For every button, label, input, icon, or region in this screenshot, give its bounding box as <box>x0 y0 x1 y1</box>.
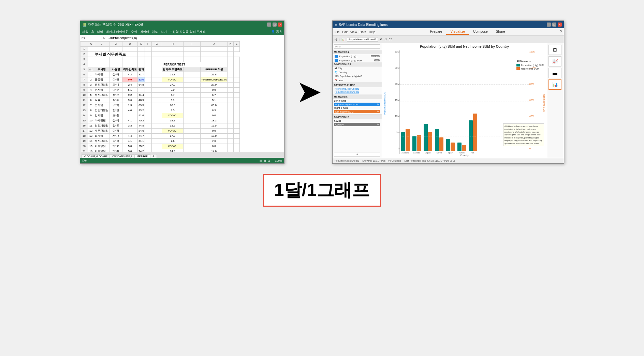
cell[interactable]: 74.7 <box>138 134 145 139</box>
view-normal[interactable]: ▤ <box>260 159 262 162</box>
cell[interactable] <box>184 52 201 57</box>
cell[interactable] <box>145 77 152 83</box>
cell[interactable]: 13 <box>88 134 94 139</box>
cell[interactable] <box>184 139 201 144</box>
cell[interactable] <box>145 134 152 139</box>
cell[interactable] <box>138 88 145 93</box>
cell[interactable] <box>234 123 240 129</box>
cell[interactable] <box>145 144 152 149</box>
cell[interactable]: 심*수 <box>109 98 122 103</box>
menu-insert[interactable]: 삽입 <box>97 30 103 34</box>
cell[interactable]: 하*호 <box>109 144 122 149</box>
cell[interactable] <box>234 134 240 139</box>
cell[interactable]: 서*관 <box>109 134 122 139</box>
cell[interactable] <box>145 149 152 152</box>
dim-year[interactable]: 📅 Year <box>333 78 382 82</box>
cell[interactable]: 4.4 <box>122 134 138 139</box>
cell[interactable]: 6 <box>88 98 94 103</box>
cell[interactable] <box>184 149 201 152</box>
cell[interactable] <box>152 62 162 67</box>
cell[interactable]: 14.8 <box>201 149 228 152</box>
cell[interactable]: 7.6 <box>201 139 228 144</box>
cell[interactable] <box>228 83 234 88</box>
minimize-button[interactable]: — <box>267 23 271 27</box>
cell[interactable] <box>152 108 162 113</box>
cell[interactable]: 75.2 <box>138 118 145 123</box>
measure-item-1[interactable]: Population (city)... Average <box>333 54 382 58</box>
cell[interactable] <box>152 118 162 123</box>
cell[interactable]: 14 <box>88 139 94 144</box>
cell[interactable]: 9.6 <box>122 98 138 103</box>
tab-share[interactable]: Share <box>492 29 509 35</box>
tab-vlookup[interactable]: VLOOKUP,HLOOKUP <box>82 154 110 158</box>
cell[interactable] <box>145 67 152 72</box>
col-header-i[interactable]: I <box>184 42 201 47</box>
cell[interactable]: 91.7 <box>138 72 145 77</box>
dataset-population[interactable]: Population.xlsx/Sheet1 <box>333 90 382 93</box>
dim-city[interactable]: 🏙 City <box>333 66 382 70</box>
col-header-h[interactable]: H <box>162 42 184 47</box>
cell[interactable] <box>152 52 162 57</box>
dim-country[interactable]: 🌐 Country <box>333 70 382 74</box>
col-header-d[interactable]: D <box>122 42 138 47</box>
col-header-c[interactable]: C <box>109 42 122 47</box>
cell[interactable] <box>152 149 162 152</box>
cell[interactable] <box>122 57 138 62</box>
cell[interactable] <box>184 103 201 108</box>
cell[interactable]: 68.8 <box>201 103 228 108</box>
cell[interactable] <box>138 52 145 57</box>
name-box[interactable]: E7 <box>82 36 102 40</box>
cell[interactable]: 27.0 <box>201 83 228 88</box>
cell[interactable] <box>138 57 145 62</box>
tab-concatenate[interactable]: CONCATENATE,& <box>110 154 134 158</box>
cell[interactable]: 이*만 <box>109 77 122 83</box>
cell[interactable] <box>109 62 122 67</box>
chart-type-table[interactable]: ⊞ <box>548 45 561 55</box>
cell[interactable] <box>152 103 162 108</box>
cell[interactable] <box>162 52 184 57</box>
menu-formula[interactable]: 수식 <box>131 30 137 34</box>
cell[interactable] <box>184 144 201 149</box>
cell[interactable]: 18.3 <box>162 118 184 123</box>
lumira-maximize-button[interactable]: □ <box>552 23 556 27</box>
cell[interactable]: 6.7 <box>201 93 228 98</box>
view-page[interactable]: ⊞ <box>268 159 270 162</box>
cell[interactable] <box>184 113 201 118</box>
cell[interactable]: 18.3 <box>201 118 228 123</box>
cell[interactable] <box>184 134 201 139</box>
cell[interactable] <box>228 108 234 113</box>
cell[interactable] <box>234 108 240 113</box>
cell[interactable]: 13.5 <box>162 123 184 129</box>
cell[interactable] <box>184 47 201 52</box>
close-button[interactable]: ✕ <box>278 23 282 27</box>
settings-icon[interactable]: ⚙ <box>380 38 382 41</box>
cell[interactable]: 14.8 <box>162 149 184 152</box>
cell[interactable] <box>228 62 234 67</box>
bar-chart-icon[interactable]: 📊 <box>341 38 345 41</box>
cell[interactable] <box>234 113 240 118</box>
expand-icon[interactable]: ⛶ <box>389 38 392 41</box>
cell[interactable]: 인간개발팀 <box>94 108 109 113</box>
cell[interactable]: 4 <box>88 88 94 93</box>
cell[interactable] <box>94 62 109 67</box>
cell[interactable]: 7.6 <box>162 139 184 144</box>
right-y-value[interactable]: Net Income SUM ⊕ <box>334 110 380 113</box>
dataset-dropdown[interactable]: Population.xlsx/Sheet1 <box>347 37 378 42</box>
cell[interactable]: 7 <box>88 103 94 108</box>
cell[interactable] <box>152 83 162 88</box>
cell[interactable]: 0.0 <box>201 129 228 134</box>
cell[interactable] <box>152 47 162 52</box>
cell[interactable]: 마케팅팀 <box>94 149 109 152</box>
col-header-a[interactable]: A <box>88 42 94 47</box>
cell[interactable] <box>122 129 138 134</box>
cell[interactable]: 4.1 <box>122 118 138 123</box>
cell[interactable] <box>88 47 94 52</box>
cell[interactable]: 41.6 <box>138 113 145 118</box>
cell[interactable] <box>228 47 234 52</box>
cell[interactable]: 물류팀 <box>94 77 109 83</box>
cell[interactable]: 하*환 <box>109 149 122 152</box>
chart-type-line[interactable]: 📈 <box>548 56 561 66</box>
cell[interactable]: 17.0 <box>201 134 228 139</box>
cell[interactable] <box>228 93 234 98</box>
cell[interactable]: 12 <box>88 129 94 134</box>
